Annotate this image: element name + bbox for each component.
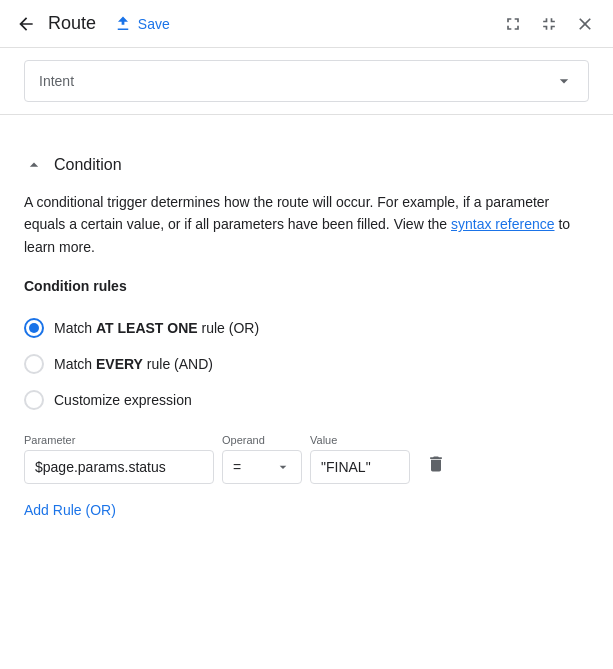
save-button[interactable]: Save — [104, 9, 180, 39]
value-group: Value — [310, 434, 410, 484]
add-rule-label: Add Rule (OR) — [24, 502, 116, 518]
radio-option-or[interactable]: Match AT LEAST ONE rule (OR) — [24, 310, 589, 346]
operand-dropdown[interactable]: = — [222, 450, 302, 484]
value-input[interactable] — [310, 450, 410, 484]
save-icon — [114, 15, 132, 33]
operand-value: = — [233, 459, 241, 475]
back-button[interactable] — [12, 10, 40, 38]
radio-label-or: Match AT LEAST ONE rule (OR) — [54, 320, 259, 336]
radio-group: Match AT LEAST ONE rule (OR) Match EVERY… — [24, 310, 589, 418]
condition-description: A conditional trigger determines how the… — [24, 191, 589, 258]
radio-inner-or — [29, 323, 39, 333]
back-icon — [16, 14, 36, 34]
page-title: Route — [48, 13, 96, 34]
intent-label: Intent — [39, 73, 74, 89]
condition-collapse-button[interactable] — [24, 155, 44, 175]
expand-icon — [503, 14, 523, 34]
fullscreen-button[interactable] — [497, 8, 529, 40]
radio-option-custom[interactable]: Customize expression — [24, 382, 589, 418]
condition-section: Condition A conditional trigger determin… — [0, 139, 613, 544]
close-button[interactable] — [569, 8, 601, 40]
radio-label-and: Match EVERY rule (AND) — [54, 356, 213, 372]
delete-rule-button[interactable] — [418, 446, 454, 482]
header: Route Save — [0, 0, 613, 48]
spacer — [0, 115, 613, 139]
radio-circle-custom — [24, 390, 44, 410]
radio-circle-and — [24, 354, 44, 374]
save-label: Save — [138, 16, 170, 32]
chevron-up-icon — [24, 155, 44, 175]
collapse-button[interactable] — [533, 8, 565, 40]
condition-title: Condition — [54, 156, 122, 174]
operand-group: Operand = — [222, 434, 302, 484]
header-left: Route Save — [12, 9, 497, 39]
operand-label: Operand — [222, 434, 302, 446]
parameter-input[interactable] — [24, 450, 214, 484]
radio-option-and[interactable]: Match EVERY rule (AND) — [24, 346, 589, 382]
condition-rules-label: Condition rules — [24, 278, 589, 294]
collapse-icon — [539, 14, 559, 34]
radio-circle-or — [24, 318, 44, 338]
header-icons — [497, 8, 601, 40]
intent-dropdown[interactable]: Intent — [24, 60, 589, 102]
parameter-label: Parameter — [24, 434, 214, 446]
condition-header: Condition — [24, 155, 589, 175]
syntax-reference-link[interactable]: syntax reference — [451, 216, 555, 232]
intent-section: Intent — [0, 48, 613, 115]
parameter-group: Parameter — [24, 434, 214, 484]
operand-chevron-icon — [275, 459, 291, 475]
radio-label-custom: Customize expression — [54, 392, 192, 408]
chevron-down-icon — [554, 71, 574, 91]
trash-icon — [426, 454, 446, 474]
rule-row: Parameter Operand = Value — [24, 434, 589, 484]
add-rule-button[interactable]: Add Rule (OR) — [24, 492, 116, 528]
close-icon — [575, 14, 595, 34]
value-label: Value — [310, 434, 410, 446]
